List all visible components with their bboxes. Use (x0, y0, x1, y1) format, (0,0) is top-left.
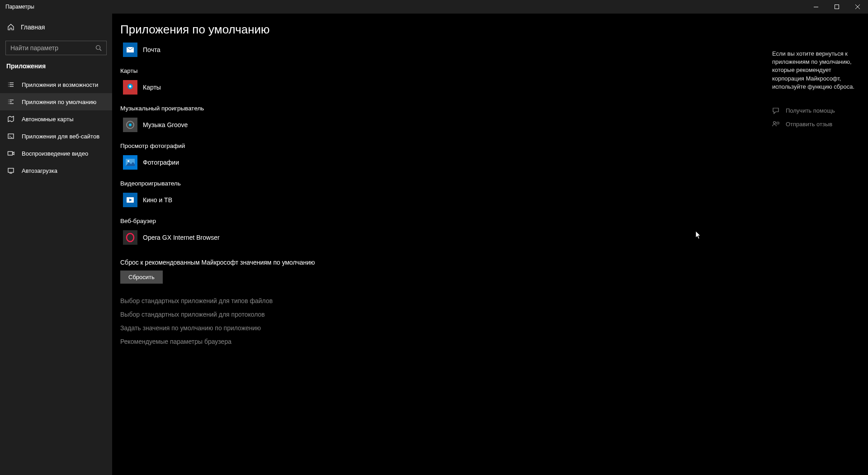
home-label: Главная (21, 24, 45, 31)
app-name: Почта (143, 46, 160, 53)
search-icon (95, 45, 102, 51)
app-name: Карты (143, 84, 161, 91)
minimize-icon (814, 7, 818, 7)
help-label: Получить помощь (786, 107, 835, 114)
category-label-maps: Карты (120, 67, 563, 74)
sidebar-item-label: Автономные карты (22, 116, 74, 123)
photos-icon (123, 155, 137, 170)
video-icon (7, 150, 14, 157)
minimize-button[interactable] (806, 0, 826, 14)
svg-point-28 (127, 160, 129, 162)
svg-point-24 (129, 86, 132, 88)
info-text: Если вы хотите вернуться к приложениям п… (772, 50, 859, 91)
feedback-link[interactable]: Отправить отзыв (772, 121, 859, 128)
sidebar-item-label: Приложения для веб-сайтов (22, 133, 99, 140)
sidebar-item-label: Автозагрузка (22, 167, 57, 174)
list-icon (7, 81, 14, 88)
sidebar-item-video-playback[interactable]: Воспроизведение видео (0, 145, 112, 162)
feedback-icon (772, 121, 779, 128)
help-icon (772, 107, 779, 114)
close-button[interactable] (847, 0, 868, 14)
category-label-browser: Веб-браузер (120, 218, 563, 224)
search-box[interactable] (5, 41, 107, 55)
get-help-link[interactable]: Получить помощь (772, 107, 859, 114)
sidebar-item-apps-features[interactable]: Приложения и возможности (0, 76, 112, 93)
maximize-button[interactable] (826, 0, 847, 14)
map-icon (7, 115, 14, 123)
link-file-types[interactable]: Выбор стандартных приложений для типов ф… (120, 297, 563, 304)
mail-icon (123, 43, 137, 57)
app-name: Музыка Groove (143, 121, 188, 128)
window-controls (806, 0, 868, 14)
app-name: Фотографии (143, 159, 179, 166)
sidebar-header: Приложения (0, 62, 112, 76)
svg-line-5 (100, 49, 102, 51)
sidebar: Главная Приложения Приложения и возможно… (0, 14, 112, 475)
home-icon (7, 24, 14, 31)
app-selector-photos[interactable]: Фотографии (120, 153, 182, 172)
groove-icon (123, 118, 137, 132)
reset-label: Сброс к рекомендованным Майкрософт значе… (120, 259, 563, 266)
app-selector-music[interactable]: Музыка Groove (120, 115, 190, 134)
sidebar-item-label: Приложения и возможности (22, 81, 98, 88)
feedback-label: Отправить отзыв (786, 121, 832, 128)
close-icon (855, 5, 860, 9)
svg-rect-32 (777, 122, 779, 124)
category-label-music: Музыкальный проигрыватель (120, 105, 563, 112)
sidebar-item-label: Воспроизведение видео (22, 150, 88, 157)
defaults-icon (7, 98, 14, 105)
app-selector-browser[interactable]: Opera GX Internet Browser (120, 228, 222, 247)
maximize-icon (835, 5, 839, 9)
sidebar-item-default-apps[interactable]: Приложения по умолчанию (0, 93, 112, 110)
sidebar-item-websites[interactable]: Приложения для веб-сайтов (0, 128, 112, 145)
svg-rect-19 (8, 152, 13, 155)
reset-button[interactable]: Сбросить (120, 271, 163, 284)
search-input[interactable] (10, 44, 95, 52)
svg-point-4 (96, 46, 100, 50)
maps-icon (123, 80, 137, 95)
home-button[interactable]: Главная (0, 18, 112, 36)
category-label-photos: Просмотр фотографий (120, 142, 563, 149)
window-title: Параметры (5, 4, 34, 10)
app-selector-mail[interactable]: Почта (120, 40, 163, 59)
svg-point-31 (774, 121, 776, 124)
category-label-video: Видеопроигрыватель (120, 180, 563, 187)
page-title: Приложения по умолчанию (120, 23, 563, 37)
cursor-icon (695, 231, 702, 240)
startup-icon (7, 167, 14, 174)
svg-point-30 (127, 233, 134, 242)
app-selector-video[interactable]: Кино и ТВ (120, 190, 175, 209)
svg-rect-20 (8, 168, 14, 172)
link-by-app[interactable]: Задать значения по умолчанию по приложен… (120, 324, 563, 332)
sidebar-item-startup[interactable]: Автозагрузка (0, 162, 112, 179)
movies-icon (123, 193, 137, 207)
svg-point-26 (129, 124, 132, 126)
app-name: Кино и ТВ (143, 196, 172, 204)
app-name: Opera GX Internet Browser (143, 234, 220, 241)
link-protocols[interactable]: Выбор стандартных приложений для протоко… (120, 311, 563, 318)
sidebar-item-label: Приложения по умолчанию (22, 99, 96, 105)
content-area: Приложения по умолчанию Почта Карты (112, 14, 868, 475)
website-icon (7, 133, 14, 140)
right-panel: Если вы хотите вернуться к приложениям п… (772, 27, 859, 134)
opera-gx-icon (123, 230, 137, 245)
titlebar: Параметры (0, 0, 868, 14)
app-selector-maps[interactable]: Карты (120, 78, 164, 97)
link-browser-recommended[interactable]: Рекомендуемые параметры браузера (120, 338, 563, 345)
svg-rect-0 (814, 7, 818, 7)
sidebar-item-offline-maps[interactable]: Автономные карты (0, 110, 112, 128)
svg-rect-1 (835, 5, 839, 9)
